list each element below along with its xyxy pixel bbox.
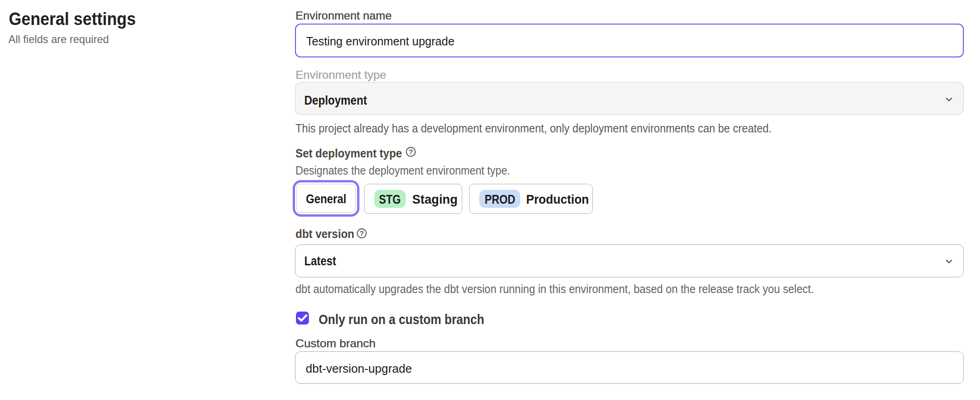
svg-text:?: ?	[359, 229, 364, 237]
svg-text:?: ?	[408, 148, 413, 156]
